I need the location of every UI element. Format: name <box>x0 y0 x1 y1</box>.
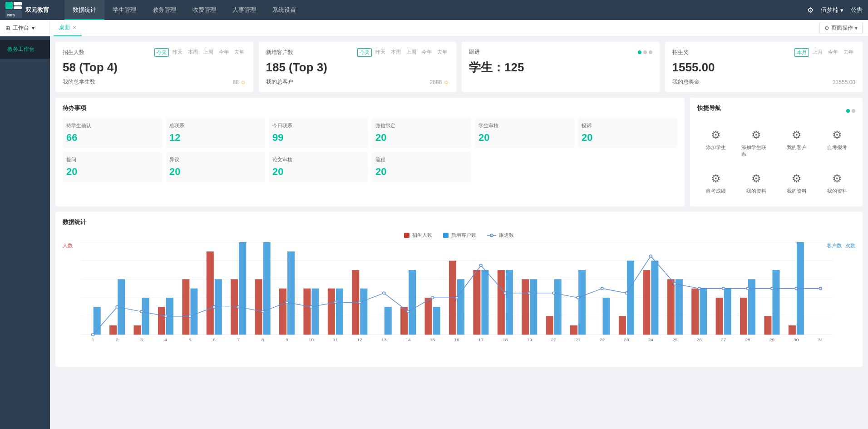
stat-tab-lastyear-1[interactable]: 去年 <box>232 48 246 57</box>
workspace-toggle[interactable]: ⊞ 工作台 ▾ <box>0 20 50 36</box>
sidebar-item-teaching-workspace[interactable]: 教务工作台 <box>0 40 50 59</box>
todo-item-6[interactable]: 提问20 <box>63 152 162 182</box>
stat-tab-today-2[interactable]: 今天 <box>357 48 372 57</box>
tab-desktop[interactable]: 桌面 ✕ <box>54 20 82 36</box>
top-nav: BBS 双元教育 数据统计 学生管理 教务管理 收费管理 人事管理 系统设置 ⚙… <box>0 0 868 20</box>
svg-rect-40 <box>255 279 262 334</box>
user-name: 伍梦楠 <box>821 6 838 14</box>
stat-tab-thisweek-1[interactable]: 本周 <box>186 48 200 57</box>
todo-item-0[interactable]: 待学生确认66 <box>63 118 162 148</box>
todo-title: 待办事项 <box>63 104 677 112</box>
stat-tab-thisweek-2[interactable]: 本周 <box>389 48 403 57</box>
nav-item-teaching-mgmt[interactable]: 教务管理 <box>144 0 184 20</box>
legend-enrollment: 招生人数 <box>404 232 432 239</box>
quick-nav-item-6[interactable]: ⚙我的资料 <box>778 167 815 200</box>
dot-2[interactable] <box>643 50 647 54</box>
todo-item-5[interactable]: 投诉20 <box>578 118 677 148</box>
stat-total-4: 33555.00 <box>833 79 855 85</box>
svg-rect-80 <box>578 270 586 334</box>
main-nav: 数据统计 学生管理 教务管理 收费管理 人事管理 系统设置 <box>64 0 807 20</box>
svg-rect-20 <box>94 307 101 334</box>
svg-text:4: 4 <box>164 337 167 342</box>
quick-nav-dot-2[interactable] <box>852 109 855 113</box>
stat-card-new-customers: 新增客户数 今天 昨天 本周 上周 今年 去年 185 (Top 3) 我的总客… <box>259 42 457 92</box>
quick-nav-item-0[interactable]: ⚙添加学生 <box>697 123 734 163</box>
stat-tab-lastweek-1[interactable]: 上周 <box>202 48 215 57</box>
quick-nav-item-2[interactable]: ⚙我的客户 <box>778 123 815 163</box>
svg-rect-85 <box>619 316 626 335</box>
settings-icon[interactable]: ⚙ <box>807 6 814 15</box>
stat-tab-lastmonth-4[interactable]: 上月 <box>811 48 824 57</box>
quick-nav-card: 快捷导航 ⚙添加学生⚙添加学生联系⚙我的客户⚙自考报考⚙自考成绩⚙我的资料⚙我的… <box>690 98 863 206</box>
svg-point-141 <box>795 287 798 289</box>
user-menu[interactable]: 伍梦楠 ▾ <box>821 6 843 14</box>
nav-item-fee-mgmt[interactable]: 收费管理 <box>184 0 224 20</box>
todo-item-8[interactable]: 论文审核20 <box>269 152 368 182</box>
stat-tab-yesterday-2[interactable]: 昨天 <box>374 48 387 57</box>
quick-nav-item-3[interactable]: ⚙自考报考 <box>819 123 855 163</box>
stat-tab-thisyear-1[interactable]: 今年 <box>217 48 231 57</box>
chart-container: 人数 客户数 次数 024681012345678910111213141516… <box>63 242 855 360</box>
nav-item-system-settings[interactable]: 系统设置 <box>264 0 304 20</box>
svg-text:18: 18 <box>503 337 508 342</box>
notice-label[interactable]: 公告 <box>851 6 863 14</box>
nav-item-student-mgmt[interactable]: 学生管理 <box>104 0 144 20</box>
stat-tab-yesterday-1[interactable]: 昨天 <box>171 48 184 57</box>
svg-rect-47 <box>311 289 319 335</box>
stat-card-header-3: 跟进 <box>469 48 652 56</box>
svg-text:25: 25 <box>672 337 677 342</box>
stat-tab-lastweek-2[interactable]: 上周 <box>404 48 418 57</box>
todo-item-3[interactable]: 微信绑定20 <box>372 118 471 148</box>
todo-card: 待办事项 待学生确认66总联系12今日联系99微信绑定20学生审核20投诉20提… <box>55 98 685 206</box>
svg-rect-73 <box>522 279 529 334</box>
stat-tab-lastyear-4[interactable]: 去年 <box>842 48 855 57</box>
quick-nav-item-4[interactable]: ⚙自考成绩 <box>697 167 734 200</box>
y-label-right-2: 次数 <box>845 242 855 249</box>
stat-tab-thisyear-4[interactable]: 今年 <box>826 48 840 57</box>
stat-tab-thismonth-4[interactable]: 本月 <box>794 48 809 57</box>
quick-nav-item-5[interactable]: ⚙我的资料 <box>738 167 774 200</box>
svg-rect-104 <box>772 270 779 334</box>
todo-item-1[interactable]: 总联系12 <box>166 118 265 148</box>
svg-rect-46 <box>303 289 311 335</box>
stat-value-3: 学生：125 <box>469 60 652 75</box>
stat-tabs-4: 本月 上月 今年 去年 <box>794 48 855 57</box>
chart-legend: 招生人数 新增客户数 跟进数 <box>63 232 855 239</box>
svg-point-140 <box>770 287 773 289</box>
quick-nav-dot-1[interactable] <box>846 109 850 113</box>
stat-total-2: 2888 ☺ <box>430 79 449 85</box>
svg-point-136 <box>674 283 676 285</box>
chart-svg-container: 0246810123456789101112131415161718192021… <box>81 242 833 347</box>
data-stats-card: 数据统计 招生人数 新增客户数 跟进数 <box>55 212 863 367</box>
tab-close-icon[interactable]: ✕ <box>73 25 76 30</box>
svg-text:9: 9 <box>286 337 288 342</box>
nav-item-hr-mgmt[interactable]: 人事管理 <box>224 0 264 20</box>
nav-item-data-stats[interactable]: 数据统计 <box>64 0 104 20</box>
todo-item-7[interactable]: 异议20 <box>166 152 265 182</box>
svg-point-114 <box>140 310 143 313</box>
svg-point-113 <box>116 306 118 308</box>
followup-dots <box>638 50 652 54</box>
stat-tab-today-1[interactable]: 今天 <box>154 48 169 57</box>
todo-item-2[interactable]: 今日联系99 <box>269 118 368 148</box>
svg-rect-38 <box>239 242 246 334</box>
quick-nav-item-1[interactable]: ⚙添加学生联系 <box>738 123 774 163</box>
svg-text:27: 27 <box>721 337 726 342</box>
svg-point-139 <box>746 287 749 289</box>
dot-3[interactable] <box>649 50 652 54</box>
svg-rect-95 <box>700 289 707 335</box>
tab-label: 桌面 <box>59 24 70 31</box>
page-actions-button[interactable]: ⚙ 页面操作 ▾ <box>819 22 863 34</box>
stat-tab-thisyear-2[interactable]: 今年 <box>420 48 434 57</box>
svg-point-123 <box>358 301 361 304</box>
svg-text:6: 6 <box>213 337 216 342</box>
svg-text:3: 3 <box>140 337 143 342</box>
stat-tab-lastyear-2[interactable]: 去年 <box>435 48 449 57</box>
svg-text:10: 10 <box>309 337 314 342</box>
dot-1[interactable] <box>638 50 641 54</box>
quick-nav-item-7[interactable]: ⚙我的资料 <box>819 167 855 200</box>
todo-item-4[interactable]: 学生审核20 <box>475 118 574 148</box>
svg-point-133 <box>601 287 603 289</box>
stat-total-1: 88 ☺ <box>233 79 246 85</box>
todo-item-9[interactable]: 流程20 <box>372 152 471 182</box>
